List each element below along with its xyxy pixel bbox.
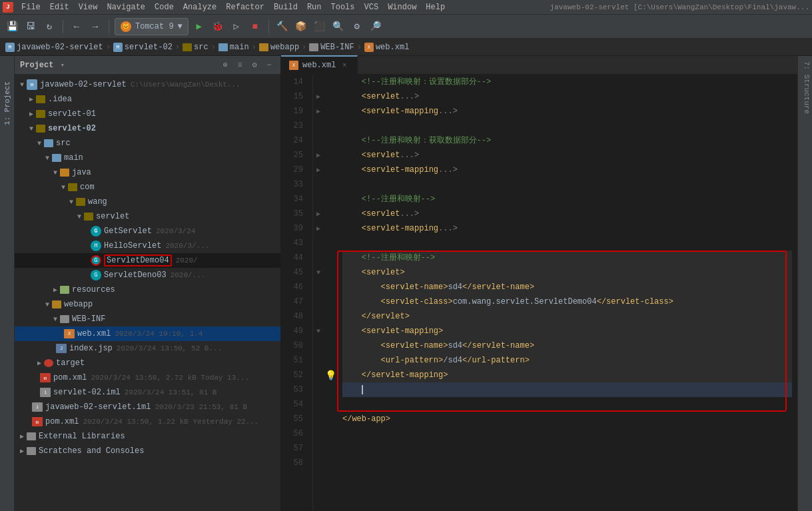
menu-edit[interactable]: Edit xyxy=(46,1,73,13)
tree-item-webinf[interactable]: ▼ WEB-INF xyxy=(15,312,280,326)
menu-file[interactable]: File xyxy=(17,1,45,13)
coverage-button[interactable]: ▷ xyxy=(228,19,244,35)
breadcrumb-webapp-label[interactable]: webapp xyxy=(270,43,299,52)
lightbulb-icon[interactable]: 💡 xyxy=(325,370,336,381)
tab-webxml-close[interactable]: × xyxy=(340,61,349,70)
fold-45[interactable]: ▼ xyxy=(313,265,324,280)
save-all-button[interactable]: 🖫 xyxy=(23,19,39,35)
tree-item-idea[interactable]: ▶ .idea xyxy=(15,92,280,107)
structure-side-tab[interactable]: 7: Structure xyxy=(798,56,812,119)
tree-item-pomxml-servlet02[interactable]: m pom.xml 2020/3/24 13:50, 2.72 kB Today… xyxy=(15,370,280,385)
fold-49[interactable]: ▼ xyxy=(313,324,324,338)
locate-file-button[interactable]: ⊕ xyxy=(219,59,231,71)
search-button[interactable]: 🔎 xyxy=(368,19,384,35)
tree-item-target[interactable]: ▶ target xyxy=(15,356,280,370)
build-button[interactable]: 🔨 xyxy=(274,19,290,35)
menu-tools[interactable]: Tools xyxy=(327,1,359,13)
fold-19[interactable]: ▶ xyxy=(313,104,324,119)
breadcrumb-webxml[interactable]: X web.xml xyxy=(364,43,409,52)
breadcrumb-main-label[interactable]: main xyxy=(230,43,249,52)
tree-item-extlibs[interactable]: ▶ External Libraries xyxy=(15,429,280,444)
breadcrumb-src-label[interactable]: src xyxy=(194,43,208,52)
menu-vcs[interactable]: VCS xyxy=(360,1,383,13)
gutter-52[interactable]: 💡 xyxy=(324,368,337,382)
breadcrumb-webinf-label[interactable]: WEB-INF xyxy=(320,43,354,52)
tree-item-servletdeno03[interactable]: G ServletDeno03 2020/... xyxy=(15,268,280,282)
breadcrumb-webxml-label[interactable]: web.xml xyxy=(376,43,409,52)
tree-item-resources[interactable]: ▶ resources xyxy=(15,282,280,297)
tree-item-javaweb-iml[interactable]: i javaweb-02-servlet.iml 2020/3/23 21:53… xyxy=(15,400,280,414)
menu-run[interactable]: Run xyxy=(303,1,326,13)
servletdeno03-name: ServletDeno03 xyxy=(104,270,167,280)
run-config-dropdown[interactable]: 🐱 Tomcat 9 ▼ xyxy=(115,18,189,35)
bracket-35a: < xyxy=(362,207,366,221)
tag-45: servlet xyxy=(366,265,400,280)
fold-35[interactable]: ▶ xyxy=(313,207,324,221)
tree-item-wang[interactable]: ▼ wang xyxy=(15,195,280,209)
code-39 xyxy=(342,221,362,236)
panel-header-icons: ⊕ ≡ ⚙ − xyxy=(219,59,275,71)
panel-settings-button[interactable]: ⚙ xyxy=(248,59,260,71)
fold-25[interactable]: ▶ xyxy=(313,148,324,163)
breadcrumb-webinf[interactable]: WEB-INF xyxy=(309,43,354,52)
tree-item-getservlet[interactable]: G GetServlet 2020/3/24 xyxy=(15,224,280,239)
tree-item-scratches[interactable]: ▶ Scratches and Consoles xyxy=(15,444,280,458)
menu-build[interactable]: Build xyxy=(270,1,302,13)
tree-item-helloservlet[interactable]: H HelloServlet 2020/3/... xyxy=(15,239,280,253)
menu-navigate[interactable]: Navigate xyxy=(103,1,149,13)
tree-item-webxml[interactable]: X web.xml 2020/3/24 19:10, 1.4 xyxy=(15,326,280,341)
tree-item-main[interactable]: ▼ main xyxy=(15,151,280,165)
webinf-folder-icon xyxy=(60,315,69,323)
stop-button[interactable]: ■ xyxy=(247,19,263,35)
project-side-tab[interactable]: 1: Project xyxy=(2,76,13,131)
panel-minimize-button[interactable]: − xyxy=(263,59,275,71)
sync-button[interactable]: ↻ xyxy=(41,19,57,35)
tree-item-servlet-folder[interactable]: ▼ servlet xyxy=(15,209,280,224)
debug-button[interactable]: 🐞 xyxy=(210,19,226,35)
tree-item-src[interactable]: ▼ src xyxy=(15,136,280,151)
back-button[interactable]: ← xyxy=(69,19,85,35)
code-line-24: <!--注册和映射：获取数据部分--> xyxy=(342,133,792,148)
breadcrumb-module[interactable]: M javaweb-02-servlet xyxy=(5,43,103,52)
tree-item-webapp[interactable]: ▼ webapp xyxy=(15,297,280,312)
settings-button[interactable]: ⚙ xyxy=(349,19,365,35)
tree-item-pomxml-root[interactable]: m pom.xml 2020/3/24 13:50, 1.22 kB Yeste… xyxy=(15,414,280,429)
tree-item-java[interactable]: ▼ java xyxy=(15,165,280,180)
menu-refactor[interactable]: Refactor xyxy=(222,1,268,13)
tree-item-servletdemo04[interactable]: G ServletDemo04 2020/ xyxy=(15,253,280,268)
editor-tab-webxml[interactable]: X web.xml × xyxy=(281,55,358,74)
forward-button[interactable]: → xyxy=(87,19,103,35)
breadcrumb-webapp[interactable]: webapp xyxy=(259,43,299,52)
breadcrumb-servlet02[interactable]: M servlet-02 xyxy=(113,43,173,52)
tree-item-servlet02iml[interactable]: i servlet-02.iml 2020/3/24 13:51, 81 B xyxy=(15,385,280,400)
terminal-button[interactable]: ⬛ xyxy=(312,19,328,35)
breadcrumb-src[interactable]: src xyxy=(183,43,208,52)
run-button[interactable]: ▶ xyxy=(191,19,207,35)
breadcrumb-servlet02-label[interactable]: servlet-02 xyxy=(125,43,173,52)
tree-item-indexjsp[interactable]: J index.jsp 2020/3/24 13:50, 52 B... xyxy=(15,341,280,356)
search-everywhere-button[interactable]: 🔍 xyxy=(330,19,346,35)
tree-item-com[interactable]: ▼ com xyxy=(15,180,280,195)
fold-48 xyxy=(313,309,324,324)
menu-window[interactable]: Window xyxy=(384,1,420,13)
fold-39[interactable]: ▶ xyxy=(313,221,324,236)
fold-14[interactable] xyxy=(313,75,324,89)
fold-29[interactable]: ▶ xyxy=(313,163,324,177)
code-46a xyxy=(342,280,381,294)
menu-analyze[interactable]: Analyze xyxy=(179,1,220,13)
sdk-button[interactable]: 📦 xyxy=(293,19,309,35)
breadcrumb-project[interactable]: javaweb-02-servlet xyxy=(17,43,103,52)
tree-item-servlet01[interactable]: ▶ servlet-01 xyxy=(15,107,280,121)
menu-help[interactable]: Help xyxy=(422,1,449,13)
menu-view[interactable]: View xyxy=(75,1,102,13)
ellipsis-19: ...> xyxy=(438,104,458,119)
menu-code[interactable]: Code xyxy=(151,1,178,13)
tree-root[interactable]: ▼ M javaweb-02-servlet C:\Users\WangZan\… xyxy=(15,77,280,92)
fold-15[interactable]: ▶ xyxy=(313,89,324,104)
breadcrumb-main[interactable]: main xyxy=(218,43,249,52)
code-content[interactable]: <!--注册和映射：设置数据部分--> < servlet ...> < ser… xyxy=(337,75,797,511)
collapse-all-button[interactable]: ≡ xyxy=(234,59,246,71)
code-51a xyxy=(342,353,381,368)
tree-item-servlet02[interactable]: ▼ servlet-02 xyxy=(15,121,280,136)
save-button[interactable]: 💾 xyxy=(4,19,20,35)
